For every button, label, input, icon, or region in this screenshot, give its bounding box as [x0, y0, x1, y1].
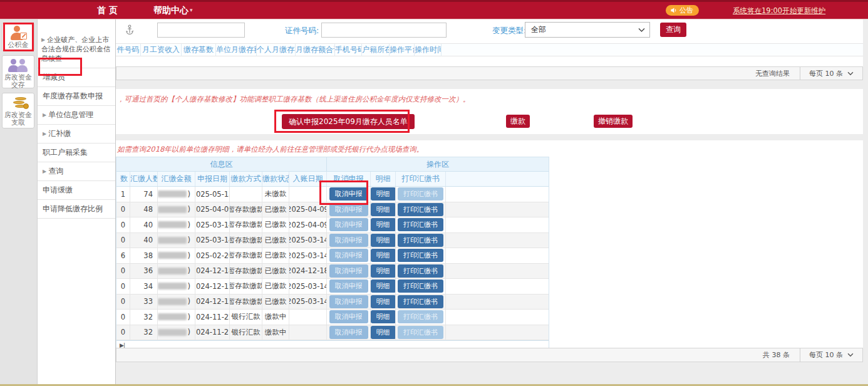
entry-date-cell: 2025-03-14 — [289, 233, 327, 248]
print-remittance-button[interactable]: 打印汇缴书 — [398, 249, 443, 262]
nav-help-center[interactable]: 帮助中心▾ — [153, 2, 193, 19]
cancel-declare-button[interactable]: 取消申报 — [329, 203, 368, 216]
total-count-text: 共 38 条 — [763, 350, 790, 360]
declare-date-cell: 2024-12-12 — [195, 295, 230, 310]
menu-item-annual-base-declare[interactable]: 年度缴存基数申报 — [38, 87, 115, 106]
pay-method-cell: 暂存款缴款 — [230, 279, 262, 294]
id-number-label: 证件号码: — [285, 26, 319, 36]
results-col-header: 操作时间 — [415, 44, 442, 56]
sidebar-item-fanggai-withdraw[interactable]: 房改资金 支取 — [2, 93, 34, 128]
cancel-declare-button[interactable]: 取消申报 — [329, 234, 368, 247]
cancel-declare-button[interactable]: 取消申报 — [329, 326, 368, 339]
detail-button[interactable]: 明细 — [371, 279, 396, 293]
masked-amount — [158, 329, 187, 336]
remittance-col-header: 缴款状态 — [262, 172, 289, 186]
cancel-declare-button[interactable]: 取消申报 — [329, 218, 368, 231]
remittance-col-header: 汇缴人数 — [130, 172, 158, 186]
page-size-value: 每页 10 条 — [809, 69, 843, 78]
cancel-declare-button[interactable]: 取消申报 — [329, 310, 368, 323]
count-cell: 0 — [116, 264, 130, 279]
sidebar-item-gongjijin[interactable]: 公积金 — [2, 23, 34, 51]
print-remittance-button[interactable]: 打印汇缴书 — [398, 279, 443, 293]
change-type-select[interactable]: 全部 — [525, 22, 650, 38]
results-col-header: 操作平台 — [390, 44, 415, 56]
count-cell: 0 — [116, 310, 130, 325]
group-header-info: 信息区 — [116, 157, 327, 171]
results-col-header: 个人月缴存额 — [257, 44, 296, 56]
pay-method-cell: 暂存款缴款 — [230, 217, 262, 232]
print-remittance-button[interactable]: 打印汇缴书 — [398, 187, 443, 201]
results-col-header: 月缴存额合计 — [296, 44, 335, 56]
print-remittance-button[interactable]: 打印汇缴书 — [398, 264, 443, 278]
sidebar-item-label: 房改资金 交存 — [3, 74, 34, 89]
people-count-cell: 40 — [130, 233, 158, 248]
menu-item-defer-apply[interactable]: 申请缓缴 — [38, 181, 115, 200]
masked-amount — [158, 298, 187, 305]
menu-item-add-remove-employee[interactable]: 增减员 — [38, 68, 115, 87]
nav-home[interactable]: 首 页 — [97, 2, 118, 19]
row-filler — [446, 248, 549, 263]
cancel-declare-button[interactable]: 取消申报 — [329, 295, 368, 308]
detail-button[interactable]: 明细 — [371, 203, 396, 216]
search-button[interactable]: 查询 — [660, 23, 686, 37]
cancel-declare-button[interactable]: 取消申报 — [329, 187, 368, 201]
detail-button[interactable]: 明细 — [371, 264, 396, 278]
history-query-notice: 如需查询2018年以前单位缴存明细，请单位经办人前往任意管理部或受托银行代办点现… — [117, 145, 423, 154]
page-size-select[interactable]: 每页 10 条 — [800, 67, 862, 80]
print-remittance-button[interactable]: 打印汇缴书 — [398, 326, 443, 339]
cancel-declare-button[interactable]: 取消申报 — [329, 264, 368, 278]
cancel-declare-button[interactable]: 取消申报 — [329, 249, 368, 262]
unit-search-input[interactable] — [157, 23, 245, 38]
detail-button[interactable]: 明细 — [371, 326, 396, 339]
print-remittance-button[interactable]: 打印汇缴书 — [398, 234, 443, 247]
chevron-down-icon — [847, 353, 854, 357]
chevron-down-icon — [847, 71, 854, 76]
print-cell: 打印汇缴书 — [396, 325, 446, 340]
print-remittance-button[interactable]: 打印汇缴书 — [398, 203, 443, 216]
announcement-label: 公告 — [679, 5, 693, 16]
id-number-input[interactable] — [321, 23, 447, 38]
actions-panel: ，可通过首页的【个人缴存基数修改】功能调整职工缴存基数（线上渠道住房公积金年度内… — [116, 89, 863, 134]
amount-cell: ) — [158, 325, 195, 340]
remittance-col-header: 汇缴金额 — [158, 172, 195, 186]
menu-item-household-collect[interactable]: 职工户籍采集 — [38, 143, 115, 162]
print-remittance-button[interactable]: 打印汇缴书 — [398, 310, 443, 323]
pay-method-cell: 暂存款缴款 — [230, 233, 262, 248]
sidebar-item-fanggai-deposit[interactable]: 房改资金 交存 — [2, 55, 34, 88]
cancel-declare-cell: 取消申报 — [327, 264, 371, 279]
print-remittance-button[interactable]: 打印汇缴书 — [398, 218, 443, 231]
row-filler — [446, 295, 549, 310]
results-header-filler — [442, 44, 863, 56]
menu-item-unit-info-manage[interactable]: ▶单位信息管理 — [38, 106, 115, 125]
cancel-declare-cell: 取消申报 — [327, 248, 371, 263]
declare-date-cell: 2025-03-14 — [195, 217, 230, 232]
menu-item-remit-supplement[interactable]: ▶汇补缴 — [38, 125, 115, 143]
detail-button[interactable]: 明细 — [371, 218, 396, 231]
detail-button[interactable]: 明细 — [371, 234, 396, 247]
entry-date-cell: 2025-03-14 — [289, 295, 327, 310]
detail-button[interactable]: 明细 — [371, 187, 396, 201]
detail-button[interactable]: 明细 — [371, 310, 396, 323]
menu-item-bankruptcy-check[interactable]: ▶企业破产、企业上市合法合规住房公积金信息核查 — [38, 32, 115, 68]
pay-button[interactable]: 缴款 — [506, 115, 530, 128]
maintenance-notice-link[interactable]: 系统将在19:00开始更新维护 — [733, 6, 825, 16]
row-filler — [446, 187, 549, 202]
print-remittance-button[interactable]: 打印汇缴书 — [398, 295, 443, 308]
confirm-declare-button[interactable]: 确认申报2025年09月缴存人员名单 — [282, 114, 415, 129]
amount-cell: ) — [158, 295, 195, 310]
cancel-declare-button[interactable]: 取消申报 — [329, 279, 368, 293]
menu-item-query[interactable]: ▶查询 — [38, 162, 115, 181]
entry-date-cell: 2024-12-18 — [289, 264, 327, 279]
masked-amount — [158, 206, 187, 213]
row-filler — [446, 310, 549, 325]
declare-date-cell: 2024-11-21 — [195, 325, 230, 340]
people-count-cell: 40 — [130, 217, 158, 232]
cancel-pay-button[interactable]: 撤销缴款 — [594, 115, 633, 128]
detail-button[interactable]: 明细 — [371, 295, 396, 308]
detail-button[interactable]: 明细 — [371, 249, 396, 262]
page-size-select[interactable]: 每页 10 条 — [800, 348, 862, 362]
change-type-value: 全部 — [531, 25, 546, 34]
menu-item-label: 企业破产、企业上市合法合规住房公积金信息核查 — [41, 36, 110, 63]
menu-item-lower-ratio-apply[interactable]: 申请降低缴存比例 — [38, 200, 115, 219]
amount-cell: ) — [158, 310, 195, 325]
